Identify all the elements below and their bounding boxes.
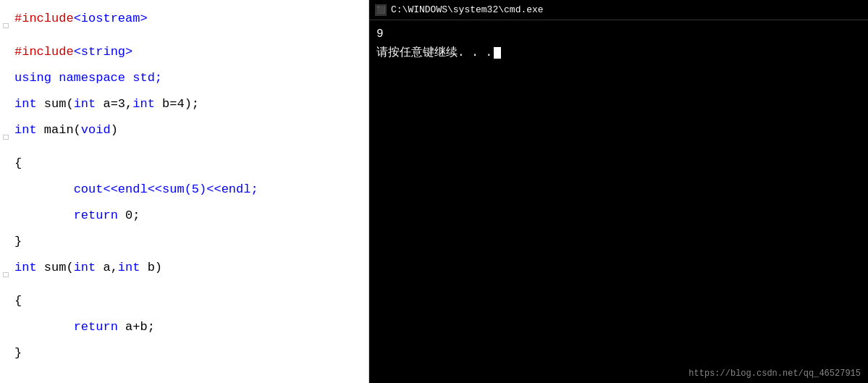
code-token: a=3, — [96, 97, 132, 111]
code-content: return a+b; — [12, 316, 368, 339]
cmd-cursor — [494, 47, 501, 59]
code-line-line10: □int sum(int a,int b) — [0, 255, 368, 288]
code-content: return 0; — [12, 204, 368, 227]
code-token: int — [74, 97, 96, 111]
cmd-prompt-line: 请按任意键继续. . . — [376, 43, 861, 62]
code-token: } — [14, 346, 22, 360]
code-content: } — [12, 230, 368, 253]
code-token: b) — [140, 261, 162, 274]
code-line-line9: } — [0, 229, 368, 255]
cmd-titlebar: ⬛ C:\WINDOWS\system32\cmd.exe — [369, 0, 868, 20]
code-token: ) — [111, 123, 118, 137]
code-token: return — [74, 320, 118, 334]
collapse-icon[interactable]: □ — [0, 119, 12, 149]
code-token: int — [132, 97, 155, 111]
cmd-body: 9 请按任意键继续. . . https://blog.csdn.net/qq_… — [369, 20, 868, 383]
code-line-line12: return a+b; — [0, 314, 368, 340]
code-content: int main(void) — [12, 119, 368, 142]
code-content: { — [12, 152, 368, 175]
code-content: } — [12, 342, 368, 365]
code-token: cout<<endl<<sum(5)<<endl; — [74, 182, 258, 196]
code-content: { — [12, 290, 368, 313]
collapse-icon — [0, 67, 12, 74]
cmd-prompt-text: 请按任意键继续. . . — [376, 43, 492, 62]
code-token: #include — [14, 45, 74, 59]
collapse-icon — [0, 204, 12, 211]
code-line-line5: □int main(void) — [0, 117, 368, 151]
code-token: a, — [96, 261, 118, 274]
code-line-line6: { — [0, 151, 368, 177]
code-token: a+b; — [118, 320, 155, 334]
collapse-icon — [0, 152, 12, 159]
collapse-icon[interactable]: □ — [0, 256, 12, 287]
editor-panel: □#include<iostream>#include<string>using… — [0, 0, 369, 383]
collapse-icon — [0, 93, 12, 100]
code-content: int sum(int a=3,int b=4); — [12, 93, 368, 116]
code-line-line13: } — [0, 340, 368, 366]
collapse-icon — [0, 342, 12, 349]
code-token: void — [81, 123, 111, 137]
collapse-icon — [0, 290, 12, 297]
code-content: #include<string> — [12, 41, 368, 64]
code-token: int — [74, 261, 96, 274]
cmd-icon: ⬛ — [375, 4, 387, 16]
collapse-icon — [0, 178, 12, 185]
code-line-line1: □#include<iostream> — [0, 6, 368, 39]
code-line-line8: return 0; — [0, 203, 368, 229]
cmd-output: 9 — [376, 25, 861, 43]
code-content: cout<<endl<<sum(5)<<endl; — [12, 178, 368, 201]
code-token: sum( — [37, 261, 74, 274]
collapse-icon — [0, 230, 12, 237]
code-token: 0; — [118, 209, 140, 222]
code-content: using namespace std; — [12, 67, 368, 90]
cmd-panel[interactable]: ⬛ C:\WINDOWS\system32\cmd.exe 9 请按任意键继续.… — [369, 0, 868, 383]
code-token: { — [14, 156, 22, 170]
code-line-line11: { — [0, 288, 368, 314]
code-line-line2: #include<string> — [0, 39, 368, 65]
collapse-icon — [0, 316, 12, 323]
code-content: int sum(int a,int b) — [12, 256, 368, 279]
code-token: b=4); — [155, 97, 199, 111]
code-token: int — [14, 123, 37, 137]
collapse-icon[interactable]: □ — [0, 7, 12, 38]
code-token: int — [14, 97, 37, 111]
code-token: <string> — [74, 45, 133, 59]
code-token: int — [118, 261, 140, 274]
cmd-footer: https://blog.csdn.net/qq_46527915 — [688, 369, 861, 379]
code-token: int — [14, 261, 37, 274]
code-token: #include — [14, 12, 74, 25]
code-token: sum( — [37, 97, 74, 111]
code-token: { — [14, 294, 22, 308]
code-token: using namespace std; — [14, 71, 162, 85]
code-line-line4: int sum(int a=3,int b=4); — [0, 91, 368, 117]
code-token: main( — [37, 123, 81, 137]
cmd-title: C:\WINDOWS\system32\cmd.exe — [391, 4, 544, 15]
code-token: <iostream> — [74, 12, 148, 25]
collapse-icon — [0, 41, 12, 48]
code-token: } — [14, 235, 22, 248]
code-line-line7: cout<<endl<<sum(5)<<endl; — [0, 177, 368, 203]
code-content: #include<iostream> — [12, 7, 368, 30]
code-token: return — [74, 209, 118, 222]
code-line-line3: using namespace std; — [0, 65, 368, 91]
